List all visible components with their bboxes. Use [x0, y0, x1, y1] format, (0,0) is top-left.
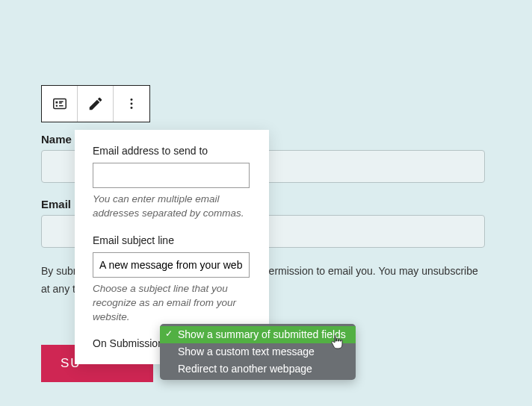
pencil-icon — [87, 96, 104, 112]
svg-point-6 — [131, 99, 133, 101]
svg-point-4 — [55, 105, 57, 107]
email-to-help: You can enter multiple email addresses s… — [93, 193, 251, 221]
dropdown-option-redirect[interactable]: Redirect to another webpage — [160, 360, 356, 378]
svg-point-8 — [131, 107, 133, 109]
more-options-button[interactable] — [114, 86, 149, 122]
on-submission-dropdown: Show a summary of submitted fields Show … — [160, 324, 356, 380]
subject-help: Choose a subject line that you recognize… — [93, 282, 251, 325]
dropdown-option-custom-text[interactable]: Show a custom text message — [160, 343, 356, 360]
dropdown-option-summary[interactable]: Show a summary of submitted fields — [160, 326, 356, 343]
email-to-label: Email address to send to — [93, 145, 251, 157]
block-toolbar — [41, 85, 150, 122]
email-to-input[interactable] — [93, 163, 250, 188]
more-icon — [123, 96, 140, 112]
svg-point-7 — [131, 103, 133, 105]
edit-button[interactable] — [78, 86, 114, 122]
form-block-button[interactable] — [42, 86, 78, 122]
svg-rect-0 — [53, 99, 66, 109]
svg-rect-1 — [55, 102, 58, 104]
form-block-icon — [52, 96, 68, 112]
subject-input[interactable] — [93, 252, 250, 278]
subject-label: Email subject line — [93, 234, 251, 246]
